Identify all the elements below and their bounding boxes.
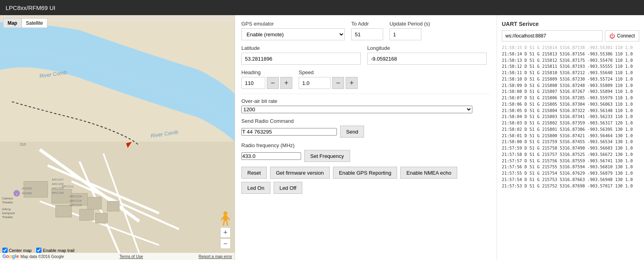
uart-log-line: 21:58:03 D 51 G 215802 5316.87359 -903.5… — [502, 120, 639, 126]
update-period-group: Update Period (s) — [390, 21, 430, 40]
uart-log-line: 21:58:08 D 51 G 215807 5316.87267 -903.5… — [502, 89, 639, 95]
uart-log-faded-line: 21:58:15 D 51 G 215814 5316.87138 -903.5… — [502, 45, 639, 51]
svg-rect-12 — [108, 201, 119, 211]
speed-plus-button[interactable]: + — [346, 77, 358, 89]
map-tab-map[interactable]: Map — [3, 18, 22, 28]
row-heading-speed: Heading − + Speed − + — [241, 69, 490, 89]
svg-rect-15 — [96, 213, 108, 223]
zoom-out-button[interactable]: − — [220, 238, 231, 249]
set-frequency-button[interactable]: Set Frequency — [304, 150, 350, 162]
heading-plus-button[interactable]: + — [280, 77, 292, 89]
pegman-icon[interactable] — [220, 211, 231, 227]
gps-emulator-select[interactable]: Enable (remote) Disable Enable (local) — [241, 28, 345, 40]
center-map-checkbox[interactable] — [2, 248, 8, 253]
speed-input[interactable] — [299, 77, 331, 89]
enable-nmea-button[interactable]: Enable NMEA echo — [400, 167, 457, 179]
uart-log-line: 21:58:10 D 51 G 215809 5316.87230 -903.5… — [502, 76, 639, 83]
led-off-button[interactable]: Led Off — [274, 182, 302, 194]
heading-input[interactable] — [241, 77, 265, 89]
uart-log-line: 21:57:54 D 51 G 215753 5316.87663 -903.5… — [502, 177, 639, 183]
map-footer: Google Map data ©2016 Google Terms of Us… — [0, 253, 235, 260]
svg-text:ARC211: ARC211 — [62, 185, 74, 188]
action-buttons-row2: Led On Led Off — [241, 182, 490, 194]
speed-group: Speed − + — [299, 69, 358, 89]
svg-text:d'Arcy: d'Arcy — [2, 207, 11, 211]
enable-gps-button[interactable]: Enable GPS Reporting — [333, 167, 397, 179]
uart-log-line: 21:58:02 D 51 G 215801 5316.87386 -903.5… — [502, 126, 639, 133]
uart-panel: UART Serivce ⏻ Connect 21:58:15 D 51 G 2… — [497, 15, 644, 260]
uart-log-line: 21:58:14 D 51 G 215813 5316.87156 -903.5… — [502, 51, 639, 57]
send-radio-label: Send Radio Command — [241, 118, 490, 124]
svg-text:ARC206: ARC206 — [52, 191, 64, 195]
svg-line-40 — [227, 217, 229, 220]
map-panel: Map Satellite — [0, 15, 235, 260]
svg-rect-38 — [223, 215, 227, 221]
svg-text:213: 213 — [20, 142, 26, 146]
over-air-group: Over-air bit rate 1200 2400 4800 9600 — [241, 98, 490, 113]
latitude-input[interactable] — [241, 53, 361, 65]
uart-log-line: 21:58:06 D 51 G 215805 5316.87304 -903.5… — [502, 101, 639, 108]
uart-connect-row: ⏻ Connect — [502, 30, 639, 41]
over-air-select[interactable]: 1200 2400 4800 9600 — [241, 106, 472, 113]
divider-1 — [241, 94, 490, 94]
send-radio-input[interactable] — [241, 128, 337, 136]
speed-label: Speed — [299, 69, 358, 75]
uart-log-line: 21:58:00 D 51 G 215759 5316.87455 -903.5… — [502, 139, 639, 145]
update-period-input[interactable] — [390, 28, 421, 40]
report-link[interactable]: Report a map error — [199, 254, 232, 259]
map-tab-satellite[interactable]: Satellite — [22, 18, 47, 28]
latitude-group: Latitude — [241, 45, 361, 65]
svg-line-39 — [221, 217, 223, 220]
zoom-in-button[interactable]: + — [220, 227, 231, 238]
enable-trail-label[interactable]: Enable map trail — [36, 248, 74, 253]
uart-url-input[interactable] — [502, 30, 603, 41]
titlebar: LPC8xx/RFM69 UI — [0, 0, 644, 15]
map-tabs: Map Satellite — [3, 18, 47, 28]
radio-freq-label: Radio frequency (MHz) — [241, 142, 490, 148]
svg-text:ARC218: ARC218 — [70, 199, 82, 203]
uart-title: UART Serivce — [502, 21, 639, 27]
radio-freq-group: Radio frequency (MHz) Set Frequency — [241, 142, 490, 162]
send-button[interactable]: Send — [340, 126, 364, 138]
uart-log-line: 21:57:55 D 51 G 215754 5316.87629 -903.5… — [502, 170, 639, 177]
svg-text:hompson: hompson — [2, 211, 15, 215]
map-zoom-controls: + − — [220, 227, 231, 249]
uart-log-line: 21:58:09 D 51 G 215808 5316.87248 -903.5… — [502, 83, 639, 89]
gps-emulator-label: GPS emulator — [241, 21, 345, 27]
longitude-group: Longitude — [367, 45, 487, 65]
svg-text:Cairnes: Cairnes — [2, 197, 13, 200]
to-addr-input[interactable] — [351, 28, 383, 40]
svg-rect-11 — [88, 197, 102, 209]
svg-text:AO205: AO205 — [22, 187, 32, 190]
longitude-input[interactable] — [367, 53, 487, 65]
connect-button[interactable]: ⏻ Connect — [605, 30, 639, 41]
latitude-label: Latitude — [241, 45, 361, 51]
get-firmware-button[interactable]: Get firmware version — [270, 167, 330, 179]
led-on-button[interactable]: Led On — [241, 182, 270, 194]
uart-log-line: 21:57:56 D 51 G 215755 5316.87594 -903.5… — [502, 164, 639, 170]
svg-text:ARC207: ARC207 — [52, 178, 64, 181]
svg-text:Theatre: Theatre — [2, 215, 13, 219]
row-lat-lon: Latitude Longitude — [241, 45, 490, 65]
send-radio-group: Send Radio Command Send — [241, 118, 490, 138]
terms-link[interactable]: Terms of Use — [119, 254, 143, 259]
svg-text:AO206: AO206 — [22, 191, 32, 195]
svg-text:ARC214: ARC214 — [70, 195, 82, 198]
uart-log-line: 21:58:01 D 51 G 215800 5316.87421 -903.5… — [502, 133, 639, 139]
to-addr-group: To Addr — [351, 21, 383, 40]
map-data-credit: Map data ©2016 Google — [20, 254, 64, 259]
svg-point-37 — [223, 211, 227, 215]
reset-button[interactable]: Reset — [241, 167, 267, 179]
heading-label: Heading — [241, 69, 292, 75]
uart-log-line: 21:57:53 D 51 G 215752 5316.87698 -903.5… — [502, 183, 639, 189]
map-display: River Corrib River Corrib 213 AO205 AO20… — [0, 15, 235, 260]
center-map-label[interactable]: Center map — [2, 248, 31, 253]
enable-trail-checkbox[interactable] — [36, 248, 41, 253]
row-gps-emulator: GPS emulator Enable (remote) Disable Ena… — [241, 21, 490, 40]
svg-text:Theatre: Theatre — [2, 201, 13, 204]
heading-minus-button[interactable]: − — [267, 77, 279, 89]
uart-log-line: 21:58:13 D 51 G 215812 5316.87175 -903.5… — [502, 57, 639, 64]
speed-minus-button[interactable]: − — [332, 77, 344, 89]
radio-freq-input[interactable] — [241, 152, 301, 160]
svg-text:ARC218: ARC218 — [70, 203, 82, 207]
